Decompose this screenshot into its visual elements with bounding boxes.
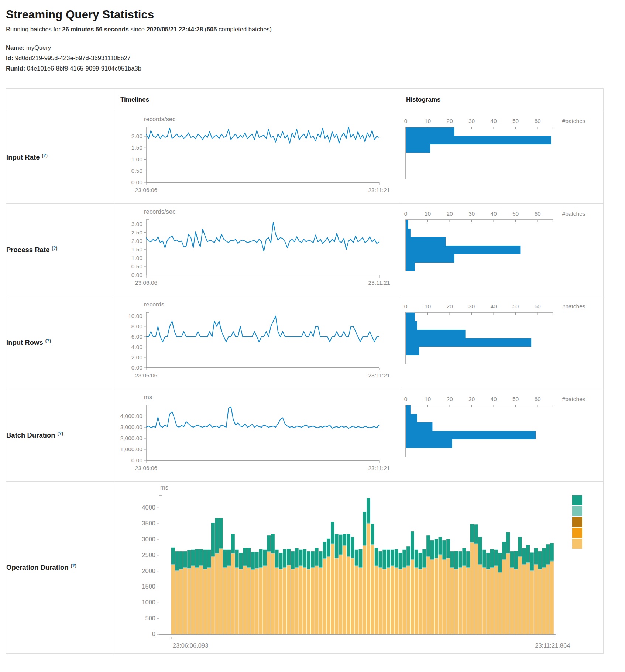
svg-text:1.00: 1.00 [131, 156, 143, 162]
svg-text:23:06:06.093: 23:06:06.093 [173, 642, 208, 649]
svg-text:40: 40 [490, 303, 497, 309]
svg-text:23:11:21: 23:11:21 [368, 465, 390, 471]
svg-text:#batches: #batches [562, 396, 585, 402]
summary-prefix: Running batches for [6, 26, 62, 32]
svg-text:6.00: 6.00 [131, 333, 143, 340]
svg-text:50: 50 [512, 303, 519, 309]
svg-text:2.00: 2.00 [131, 238, 143, 244]
batch-duration-histogram-chart: 0102030405060#batches [401, 389, 597, 481]
row-label-text: Input Rows [6, 339, 43, 347]
svg-text:2.50: 2.50 [131, 229, 143, 236]
svg-text:50: 50 [512, 396, 519, 402]
svg-text:2000: 2000 [142, 568, 155, 574]
help-icon[interactable]: (?) [71, 563, 76, 568]
svg-text:8.00: 8.00 [131, 323, 143, 329]
process-rate-histogram-chart: 0102030405060#batches [401, 204, 597, 296]
operation-duration-chart-cell: ms0500100015002000250030003500400023:06:… [115, 482, 604, 654]
svg-text:30: 30 [468, 210, 475, 217]
svg-text:1000: 1000 [142, 599, 155, 606]
svg-text:20: 20 [446, 210, 453, 217]
help-icon[interactable]: (?) [52, 246, 57, 251]
svg-text:40: 40 [490, 210, 497, 217]
svg-text:1.00: 1.00 [131, 255, 143, 261]
svg-text:3500: 3500 [142, 520, 155, 527]
svg-text:60: 60 [534, 303, 541, 309]
row-label-input-rows: Input Rows(?) [6, 296, 115, 389]
legend-swatch-segment-tan [572, 539, 582, 549]
query-name-value: myQuery [26, 44, 51, 51]
query-id-value: 9d0dd219-995d-423e-b97d-36931110bb27 [15, 55, 131, 61]
svg-text:1.50: 1.50 [131, 144, 143, 151]
svg-text:500: 500 [145, 615, 155, 621]
help-icon[interactable]: (?) [45, 338, 51, 343]
svg-text:23:06:06: 23:06:06 [135, 187, 157, 193]
svg-text:records/sec: records/sec [144, 208, 175, 215]
row-label-text: Operation Duration [6, 564, 69, 572]
svg-text:60: 60 [534, 210, 541, 217]
svg-text:3,000.00: 3,000.00 [120, 424, 143, 430]
summary-paren: ( [203, 26, 207, 32]
batch-duration-histogram-cell: 0102030405060#batches [401, 389, 604, 482]
svg-text:20: 20 [446, 396, 453, 402]
svg-text:3000: 3000 [142, 536, 155, 542]
table-row-batch-duration: Batch Duration(?) ms0.001,000.002,000.00… [6, 389, 604, 482]
svg-text:1,000.00: 1,000.00 [120, 446, 143, 452]
timelines-header: Timelines [115, 89, 401, 111]
svg-text:2.00: 2.00 [131, 354, 143, 360]
svg-text:60: 60 [534, 118, 541, 124]
row-label-text: Batch Duration [6, 432, 55, 439]
legend-swatch-segment-orange [572, 528, 582, 538]
svg-text:10.00: 10.00 [128, 313, 142, 319]
page-title: Streaming Query Statistics [6, 8, 625, 21]
input-rate-histogram-chart: 0102030405060#batches [401, 111, 597, 203]
table-row-process-rate: Process Rate(?) records/sec0.000.501.001… [6, 204, 604, 296]
svg-text:10: 10 [425, 118, 431, 124]
svg-text:0: 0 [152, 631, 155, 637]
svg-text:23:06:06: 23:06:06 [135, 280, 157, 286]
help-icon[interactable]: (?) [58, 431, 63, 436]
stats-table-header-row: Timelines Histograms [6, 89, 604, 111]
svg-text:30: 30 [468, 396, 475, 402]
query-meta: Name: myQuery Id: 9d0dd219-995d-423e-b97… [6, 42, 625, 73]
help-icon[interactable]: (?) [42, 153, 47, 158]
svg-text:1.50: 1.50 [131, 246, 143, 253]
svg-text:4.00: 4.00 [131, 344, 143, 350]
input-rows-histogram-chart: 0102030405060#batches [401, 296, 597, 389]
query-id-label: Id: [6, 55, 13, 61]
row-label-process-rate: Process Rate(?) [6, 204, 115, 296]
svg-text:0.00: 0.00 [131, 179, 143, 185]
table-row-input-rate: Input Rate(?) records/sec0.000.501.001.5… [6, 111, 604, 204]
stats-table: Timelines Histograms Input Rate(?) recor… [6, 88, 604, 654]
svg-text:#batches: #batches [562, 118, 585, 124]
operation-duration-stacked-chart: ms0500100015002000250030003500400023:06:… [115, 482, 592, 653]
input-rows-timeline-chart: records0.002.004.006.008.0010.0023:06:06… [115, 296, 395, 389]
summary-start-time: 2020/05/21 22:44:28 [147, 26, 203, 32]
legend-swatch-segment-dark-orange [572, 517, 582, 527]
query-runid-line: RunId: 04e101e6-8bf8-4165-9099-9104c951b… [6, 63, 625, 73]
svg-text:#batches: #batches [562, 210, 585, 217]
svg-text:0.00: 0.00 [131, 364, 143, 371]
row-label-batch-duration: Batch Duration(?) [6, 389, 115, 482]
process-rate-timeline-chart: records/sec0.000.501.001.502.002.503.002… [115, 204, 395, 296]
svg-text:10: 10 [425, 303, 431, 309]
svg-text:0: 0 [404, 118, 408, 124]
legend-swatch-segment-teal [572, 495, 582, 505]
svg-text:23:11:21: 23:11:21 [368, 280, 390, 286]
svg-text:0.50: 0.50 [131, 168, 143, 174]
query-runid-label: RunId: [6, 65, 25, 72]
summary-duration: 26 minutes 56 seconds [62, 26, 129, 32]
corner-header-cell [6, 89, 115, 111]
svg-text:4000: 4000 [142, 504, 155, 511]
svg-text:ms: ms [160, 484, 168, 491]
histograms-header: Histograms [401, 89, 604, 111]
svg-text:23:06:06: 23:06:06 [135, 372, 157, 378]
input-rows-histogram-cell: 0102030405060#batches [401, 296, 604, 389]
svg-text:records: records [144, 301, 164, 308]
svg-text:23:11:21.864: 23:11:21.864 [535, 642, 570, 649]
input-rate-timeline-cell: records/sec0.000.501.001.502.0023:06:062… [115, 111, 401, 204]
svg-text:23:11:21: 23:11:21 [368, 372, 390, 378]
row-label-text: Input Rate [6, 154, 40, 161]
svg-text:23:11:21: 23:11:21 [368, 187, 390, 193]
svg-text:2500: 2500 [142, 552, 155, 558]
legend-swatch-segment-light-teal [572, 506, 582, 516]
